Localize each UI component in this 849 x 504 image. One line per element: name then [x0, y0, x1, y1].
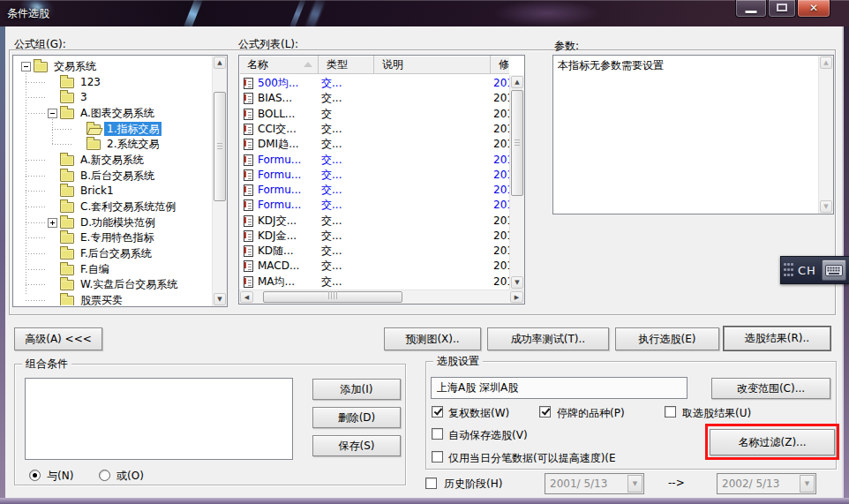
- condition-stock-picker-dialog: 条件选股 ✕ 公式组(G): 公式列表(L): 参数: 交易系统 123 3 A…: [0, 0, 849, 504]
- list-row[interactable]: Formu...交...2016.: [240, 168, 509, 183]
- date-range-arrow: -->: [668, 477, 685, 489]
- scroll-up-icon[interactable]: ▲: [214, 56, 226, 69]
- scroll-down-icon[interactable]: ▼: [820, 200, 832, 213]
- list-row[interactable]: BIAS...交...2012.: [240, 91, 509, 106]
- market-range-field[interactable]: 上海A股 深圳A股: [431, 377, 687, 399]
- list-row[interactable]: Formu...交...2016.: [240, 198, 509, 213]
- history-period-label[interactable]: 历史阶段(H): [444, 477, 502, 492]
- scrollbar-thumb[interactable]: [214, 92, 226, 201]
- tree-item[interactable]: Brick1: [14, 183, 212, 199]
- list-row[interactable]: Formu...交...2016.: [240, 183, 509, 198]
- tree-item[interactable]: W.实盘后台交易系统: [14, 276, 212, 292]
- list-row[interactable]: CCI交...交...2014.: [240, 122, 509, 137]
- date-from-combo[interactable]: 2001/ 5/13 ▼: [545, 473, 644, 494]
- tree-item[interactable]: 123: [14, 74, 212, 90]
- keyboard-button[interactable]: [822, 260, 846, 281]
- take-result-label[interactable]: 取选股结果(U): [682, 406, 751, 421]
- collapse-minus-icon[interactable]: [48, 109, 57, 118]
- column-header-name[interactable]: 名称: [240, 56, 319, 74]
- scroll-down-icon[interactable]: ▼: [214, 293, 226, 305]
- formula-icon: [244, 154, 253, 166]
- params-vertical-scrollbar[interactable]: ▲ ▼: [818, 56, 833, 214]
- expand-plus-icon[interactable]: [48, 218, 57, 228]
- scroll-up-icon[interactable]: ▲: [820, 56, 832, 69]
- or-radio-label[interactable]: 或(O): [116, 469, 144, 484]
- title-bar[interactable]: 条件选股: [0, 0, 849, 26]
- list-row[interactable]: 500均...交...2016.: [240, 76, 509, 91]
- tick-data-label[interactable]: 仅用当日分笔数据(可以提高速度)(E: [448, 451, 616, 466]
- tree-item[interactable]: E.专用特色指标: [14, 229, 212, 245]
- suspended-stocks-checkbox[interactable]: [539, 406, 551, 417]
- combo-dropdown-icon[interactable]: ▼: [627, 475, 642, 493]
- folder-icon: [60, 93, 74, 103]
- combo-dropdown-icon[interactable]: ▼: [800, 475, 815, 493]
- tree-item-selected[interactable]: 1.指标交易: [14, 121, 212, 137]
- autosave-checkbox[interactable]: [432, 428, 443, 440]
- and-radio[interactable]: [29, 470, 41, 481]
- column-header-desc[interactable]: 说明: [375, 56, 491, 74]
- tree-item[interactable]: 交易系统: [14, 58, 212, 74]
- autosave-label[interactable]: 自动保存选股(V): [448, 428, 528, 443]
- list-row[interactable]: DMI趋...交...2012.: [240, 137, 509, 152]
- list-horizontal-scrollbar[interactable]: ◀ ▶: [239, 290, 524, 304]
- list-row[interactable]: KDJ金...交...2015.: [240, 229, 509, 244]
- tick-data-checkbox[interactable]: [432, 451, 443, 463]
- formula-list: 名称 类型 说明 修改 500均...交...2016. BIAS...交...…: [238, 55, 525, 305]
- list-row[interactable]: Formu...交...2016.: [240, 153, 509, 168]
- tree-item[interactable]: A.图表交易系统: [14, 105, 212, 121]
- scrollbar-thumb[interactable]: [511, 90, 523, 196]
- combo-conditions-listbox[interactable]: [25, 378, 293, 460]
- advanced-button[interactable]: 高级(A) <<<: [14, 327, 102, 350]
- collapse-minus-icon[interactable]: [21, 62, 31, 71]
- tree-item[interactable]: C.套利交易系统范例: [14, 199, 212, 214]
- tree-item[interactable]: 股票买卖: [14, 292, 212, 305]
- list-row[interactable]: BOLL...交2015.: [240, 107, 509, 122]
- selection-result-button[interactable]: 选股结果(R)..: [724, 327, 830, 350]
- list-row[interactable]: KDJ交...交...2015.: [240, 214, 509, 229]
- drag-handle-icon[interactable]: [784, 263, 794, 278]
- column-header-type[interactable]: 类型: [319, 56, 374, 74]
- tree-item[interactable]: 2.系统交易: [14, 136, 212, 152]
- scroll-up-icon[interactable]: ▲: [511, 76, 523, 88]
- adjusted-data-checkbox[interactable]: [432, 406, 443, 417]
- add-button[interactable]: 添加(I): [312, 379, 401, 400]
- list-row[interactable]: KD随...交...2012.: [240, 244, 509, 259]
- keyboard-icon: [825, 265, 843, 276]
- tree-item[interactable]: B.后台交易系统: [14, 168, 212, 184]
- scroll-down-icon[interactable]: ▼: [511, 276, 523, 289]
- minimize-button[interactable]: [735, 0, 767, 18]
- take-result-checkbox[interactable]: [665, 406, 676, 417]
- ime-language-label[interactable]: CH: [798, 264, 816, 277]
- tree-item[interactable]: F.后台交易系统: [14, 245, 212, 261]
- close-button[interactable]: ✕: [797, 0, 830, 18]
- tree-item[interactable]: F.自编: [14, 261, 212, 277]
- delete-button[interactable]: 删除(D): [312, 407, 401, 428]
- column-header-modified[interactable]: 修改: [492, 56, 509, 74]
- tree-item[interactable]: A.新交易系统: [14, 152, 212, 168]
- or-radio[interactable]: [99, 470, 110, 481]
- suspended-stocks-label[interactable]: 停牌的品种(P): [557, 406, 625, 421]
- execute-selection-button[interactable]: 执行选股(E): [615, 327, 719, 350]
- formula-list-label: 公式列表(L):: [238, 37, 298, 52]
- save-button[interactable]: 保存(S): [312, 435, 401, 456]
- history-period-checkbox[interactable]: [425, 478, 437, 489]
- tree-item[interactable]: 3: [14, 89, 212, 105]
- window-border-left: [0, 26, 5, 504]
- and-radio-label[interactable]: 与(N): [47, 469, 73, 484]
- titlebar-highlight: [0, 0, 849, 1]
- ime-language-bar[interactable]: CH: [780, 256, 849, 284]
- maximize-button[interactable]: [768, 0, 796, 18]
- success-rate-test-button[interactable]: 成功率测试(T)..: [487, 327, 609, 350]
- list-row[interactable]: MA均...交...2016.: [240, 275, 509, 290]
- scroll-right-icon[interactable]: ▶: [510, 291, 523, 303]
- list-row[interactable]: MACD...交...2015.: [240, 259, 509, 274]
- change-range-button[interactable]: 改变范围(C)...: [711, 378, 830, 399]
- list-vertical-scrollbar[interactable]: ▲ ▼: [509, 75, 524, 290]
- tree-vertical-scrollbar[interactable]: ▲ ▼: [212, 56, 227, 306]
- preview-chart-button[interactable]: 预测图(X)..: [384, 327, 481, 350]
- scroll-left-icon[interactable]: ◀: [240, 291, 253, 303]
- tree-item[interactable]: D.功能模块范例: [14, 214, 212, 230]
- adjusted-data-label[interactable]: 复权数据(W): [448, 406, 509, 421]
- scrollbar-thumb[interactable]: [263, 291, 402, 303]
- date-to-combo[interactable]: 2002/ 5/13 ▼: [717, 473, 816, 494]
